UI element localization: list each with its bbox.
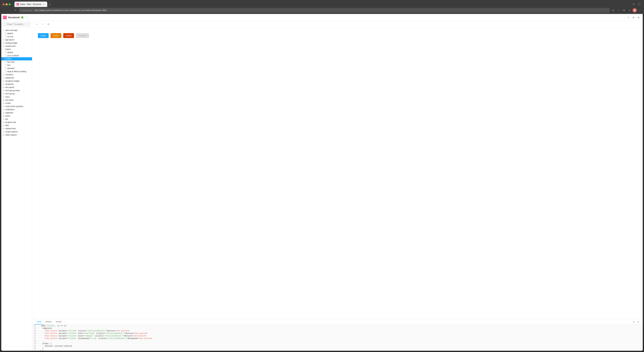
cast-icon[interactable]: ⊟ [611, 8, 616, 13]
forward-button[interactable]: → [8, 8, 12, 13]
maximize-window-button[interactable] [8, 3, 10, 6]
bottom-panel: Story Actions Knobs ⊟ ⊗ 32 .add('filled'… [32, 319, 643, 351]
code-area: 32 .add('filled', () => ({ 33 template: … [32, 324, 643, 351]
sidebar-item-default-1[interactable]: default [1, 32, 32, 35]
sidebar-item-text[interactable]: text [1, 64, 32, 67]
chevron-right-icon: ▶ [3, 131, 5, 133]
zoom-in-button[interactable]: + [35, 22, 39, 26]
chevron-right-icon: ▶ [3, 125, 5, 126]
chevron-right-icon: ▶ [3, 112, 5, 114]
title-bar: S button - filled · Storybook × + ⊙ ◯ [0, 0, 644, 7]
story-icon [5, 55, 7, 57]
zoom-out-button[interactable]: − [40, 22, 45, 26]
sidebar-item-large-filled-loading[interactable]: large & filled & loading [1, 70, 32, 73]
app-window: S Storybook ··· ⤢ ⊕ ⊡ 🔍 ▼ [1, 14, 643, 351]
sidebar-item-simple-options[interactable]: ▶ simple-options [1, 130, 32, 133]
minimize-window-button[interactable] [6, 3, 8, 6]
sidebar-item-input[interactable]: ▶ input [1, 95, 32, 99]
extensions-icon[interactable]: ⊞ [622, 8, 626, 13]
sidebar-item-modal[interactable]: ▶ modal [1, 102, 32, 105]
chevron-right-icon: ▶ [3, 42, 5, 44]
browser-tab-extras: ⊙ ◯ [631, 2, 642, 7]
action-button-danger[interactable]: Action [63, 33, 74, 38]
action-button-primary[interactable]: Action [38, 33, 49, 38]
code-line: 40 onClick: actions.onClick [32, 345, 643, 347]
copy-icon[interactable]: ⊡ [636, 15, 641, 20]
refresh-button[interactable]: ↻ [13, 8, 18, 13]
extensions-icon[interactable]: ⊙ [631, 2, 636, 6]
action-button-disabled: Disabled [76, 33, 89, 38]
tab-close-button[interactable]: × [42, 3, 45, 6]
panel-tabs: Story Actions Knobs ⊟ ⊗ [32, 319, 643, 324]
panel-expand-icon[interactable]: ⊟ [632, 320, 636, 324]
panel-close-icon[interactable]: ⊗ [636, 320, 640, 324]
new-tab-button[interactable]: + [48, 3, 52, 7]
story-icon [5, 36, 7, 38]
sidebar-item-sidebar-item[interactable]: ▶ sidebar-item [1, 127, 32, 130]
sidebar-item-alert-message[interactable]: ▼ alert-message [1, 29, 32, 32]
chevron-right-icon: ▶ [3, 45, 5, 47]
sidebar-item-notification[interactable]: ▶ notification [1, 108, 32, 111]
sidebar-tree: ▼ alert-message default no icon ▶ app-la… [1, 28, 32, 351]
storybook-header: S Storybook ··· ⤢ ⊕ ⊡ [1, 14, 643, 21]
panel-tab-right-actions: ⊟ ⊗ [632, 320, 640, 324]
sidebar-item-pie[interactable]: ▶ pie [1, 118, 32, 121]
chevron-right-icon: ▶ [3, 105, 5, 107]
code-line: 39 props: { [32, 342, 643, 345]
sidebar-item-datepicker[interactable]: ▶ datepicker [1, 76, 32, 80]
chevron-right-icon: ▶ [3, 115, 5, 117]
browser-more-icon[interactable]: ⋮ [638, 8, 642, 13]
search-box: 🔍 [1, 21, 32, 28]
sidebar-item-no-icon[interactable]: no icon [1, 35, 32, 38]
lock-icon: ⚠ [20, 9, 22, 12]
zoom-reset-button[interactable]: ⊙ [46, 22, 50, 26]
sidebar-item-checkbox[interactable]: ▶ checkbox [1, 73, 32, 76]
sidebar-item-multi-choice-question[interactable]: ▶ multi-choice-question [1, 105, 32, 108]
user-avatar[interactable]: H [632, 8, 637, 12]
tab-knobs[interactable]: Knobs [54, 319, 64, 324]
expand-icon[interactable]: ⤢ [626, 15, 631, 20]
reading-list-icon[interactable]: ≡ [627, 8, 632, 13]
sidebar-item-file-upload[interactable]: ▶ file-upload [1, 86, 32, 89]
sidebar-item-filter[interactable]: ▶ filter [1, 124, 32, 127]
close-window-button[interactable] [2, 3, 4, 6]
sidebar-item-panel[interactable]: ▶ panel [1, 114, 32, 118]
story-icon [5, 33, 7, 35]
profile-circle-icon: ◯ [637, 2, 642, 6]
sidebar-item-app-layout[interactable]: ▶ app-layout [1, 38, 32, 41]
sidebar-item-key-value[interactable]: ▶ key-value [1, 99, 32, 102]
chevron-right-icon: ▶ [3, 134, 5, 136]
preview-toolbar: + − ⊙ [32, 21, 643, 28]
sidebar-item-floating-badge[interactable]: ▶ floating badge [1, 41, 32, 45]
browser-tab-active[interactable]: S button - filled · Storybook × [14, 2, 47, 7]
sidebar-item-sm-outlined[interactable]: sm & outlined [1, 54, 32, 57]
share-icon[interactable]: ⊕ [631, 15, 636, 20]
sidebar-item-paginator[interactable]: ▶ paginator [1, 111, 32, 114]
sidebar-item-form-group[interactable]: ▶ form-group [1, 92, 32, 95]
action-button-warning[interactable]: Action [50, 33, 61, 38]
tab-story[interactable]: Story [35, 319, 43, 324]
sidebar-item-form-group-inline[interactable]: ▶ form-group-inline [1, 89, 32, 92]
url-bar[interactable]: ⚠ Not Secure | telos-design-system.s3-we… [19, 8, 610, 13]
sidebar-item-dropdown[interactable]: ▶ dropdown [1, 83, 32, 86]
chevron-right-icon: ▶ [3, 128, 5, 130]
sidebar-item-filled[interactable]: filled [1, 57, 32, 60]
sidebar-item-breadcrumb[interactable]: ▶ breadcrumb [1, 45, 32, 48]
sidebar: 🔍 ▼ alert-message default no icon [1, 21, 32, 351]
back-button[interactable]: ← [2, 8, 6, 13]
search-input[interactable] [3, 22, 30, 26]
sidebar-item-slider-options[interactable]: ▶ slider-options [1, 133, 32, 137]
chevron-right-icon: ▶ [3, 109, 5, 111]
sidebar-item-button[interactable]: ▼ button [1, 48, 32, 51]
tab-actions[interactable]: Actions [43, 319, 54, 324]
sidebar-item-progress-bar[interactable]: ▶ progress-bar [1, 121, 32, 124]
bookmark-icon[interactable]: ☆ [616, 8, 621, 13]
sidebar-item-doughnut-widget[interactable]: ▶ doughnut-widget [1, 80, 32, 83]
sidebar-item-default-2[interactable]: default [1, 51, 32, 54]
sidebar-item-two-tone[interactable]: two-tone [1, 60, 32, 64]
chevron-right-icon: ▶ [3, 96, 5, 98]
sidebar-item-elevated[interactable]: elevated [1, 67, 32, 70]
story-icon [5, 52, 7, 54]
code-line: 32 .add('filled', () => ({ [32, 324, 643, 327]
storybook-more-button[interactable]: ··· [25, 15, 29, 20]
